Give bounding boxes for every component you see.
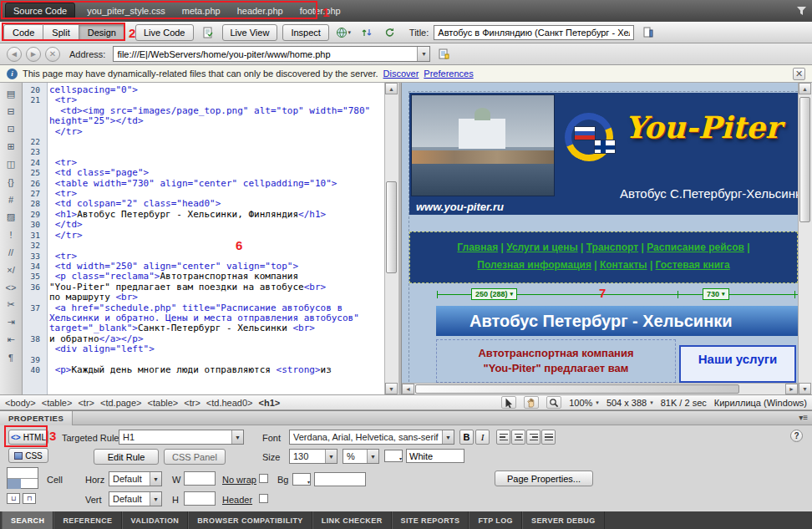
live-code-button[interactable]: Live Code xyxy=(135,24,194,41)
align-justify-button[interactable] xyxy=(541,430,556,445)
bottom-tab-link-checker[interactable]: LINK CHECKER xyxy=(312,511,392,529)
select-parent-tag-icon[interactable]: ◫ xyxy=(3,157,19,171)
column-width-menu[interactable]: 250 (288)▾ xyxy=(471,288,517,300)
open-documents-icon[interactable]: ▤ xyxy=(3,87,19,101)
css-properties-button[interactable]: CSS xyxy=(8,448,48,463)
bottom-tab-site-reports[interactable]: SITE REPORTS xyxy=(392,511,469,529)
code-editor[interactable]: 20cellspacing="0">21 <tr> <td><img src="… xyxy=(23,85,384,375)
text-color-swatch[interactable]: ▾ xyxy=(384,450,403,462)
no-wrap-checkbox[interactable] xyxy=(259,474,268,483)
scrollbar-thumb[interactable] xyxy=(386,181,397,273)
bottom-tab-reference[interactable]: REFERENCE xyxy=(53,511,121,529)
stop-icon[interactable]: ✕ xyxy=(45,47,60,62)
view-button-split[interactable]: Split xyxy=(43,24,79,41)
site-navigation[interactable]: Главная | Услуги и цены | Транспорт | Ра… xyxy=(409,231,798,283)
help-icon[interactable]: ? xyxy=(790,430,803,442)
preview-in-browser-icon[interactable]: ▾ xyxy=(334,24,353,41)
title-input[interactable] xyxy=(434,25,634,40)
bold-button[interactable]: B xyxy=(459,430,474,445)
tag-selector-item[interactable]: <td.page> xyxy=(100,398,142,408)
highlight-invalid-code-icon[interactable]: ▨ xyxy=(3,210,19,224)
align-right-button[interactable] xyxy=(526,430,540,445)
nav-link[interactable]: Расписание рейсов xyxy=(647,242,744,253)
scroll-up-icon[interactable]: ▲ xyxy=(385,83,398,94)
zoom-level-select[interactable]: 100%▾ xyxy=(569,398,599,408)
code-line[interactable]: 22 xyxy=(23,137,384,147)
bottom-tab-server-debug[interactable]: SERVER DEBUG xyxy=(522,511,605,529)
code-line[interactable]: target="_blank">Санкт-Петербург - Хельси… xyxy=(23,323,384,333)
size-select[interactable]: 130 ▼ xyxy=(289,449,337,464)
size-unit-select[interactable]: % ▼ xyxy=(343,449,379,464)
tag-selector-item[interactable]: <table> xyxy=(42,398,73,408)
split-cell-icon[interactable]: ⊓ xyxy=(23,493,36,504)
code-line[interactable]: 35 <p class="reclama">Автотранспортная к… xyxy=(23,272,384,282)
syntax-error-alerts-icon[interactable]: ! xyxy=(3,227,19,242)
tag-selector-item[interactable]: <tr> xyxy=(184,398,200,408)
cell-width-input[interactable] xyxy=(184,471,216,486)
discover-link[interactable]: Discover xyxy=(383,69,419,79)
page-properties-button[interactable]: Page Properties... xyxy=(495,471,593,486)
view-button-code[interactable]: Code xyxy=(3,24,43,41)
collapse-selection-icon[interactable]: ⊡ xyxy=(3,122,19,136)
code-vertical-scrollbar[interactable]: ▲ ▼ xyxy=(384,83,398,394)
window-size-select[interactable]: 504 x 388▾ xyxy=(606,398,653,408)
refresh-design-view-icon[interactable] xyxy=(381,24,399,41)
header-checkbox[interactable] xyxy=(259,494,268,503)
properties-tab[interactable]: PROPERTIES xyxy=(0,411,73,425)
tag-selector-item[interactable]: <td.head0> xyxy=(206,398,253,408)
bottom-tab-browser-compatibility[interactable]: BROWSER COMPATIBILITY xyxy=(188,511,312,529)
panel-menu-icon[interactable]: ▾≡ xyxy=(799,413,808,422)
services-cell[interactable]: Наши услуги xyxy=(679,339,796,383)
vert-select[interactable]: Default ▼ xyxy=(109,491,162,506)
close-info-bar-icon[interactable]: ✕ xyxy=(793,68,805,80)
horz-select[interactable]: Default ▼ xyxy=(109,471,162,486)
site-banner[interactable]: You-Piter Автобус С.Петербург-Хельсинки … xyxy=(409,93,798,215)
tab-source-code[interactable]: Source Code xyxy=(5,3,75,19)
italic-button[interactable]: I xyxy=(475,430,490,445)
code-line[interactable]: 31 </tr> xyxy=(23,231,384,241)
collapse-full-tag-icon[interactable]: ⊟ xyxy=(3,104,19,119)
scroll-up-icon[interactable]: ▲ xyxy=(799,83,811,94)
address-dropdown-icon[interactable]: ▼ xyxy=(417,47,429,61)
related-file-tab[interactable]: meta.php xyxy=(174,3,229,18)
live-view-button[interactable]: Live View xyxy=(222,24,278,41)
text-color-field[interactable] xyxy=(406,449,464,463)
scroll-left-icon[interactable]: ◄ xyxy=(402,384,414,394)
bg-color-swatch[interactable]: ▾ xyxy=(292,473,311,486)
inspect-button[interactable]: Inspect xyxy=(282,24,328,41)
align-left-button[interactable] xyxy=(496,430,510,445)
table-width-menu[interactable]: 730▾ xyxy=(703,288,729,300)
bottom-tab-validation[interactable]: VALIDATION xyxy=(122,511,189,529)
design-canvas[interactable]: You-Piter Автобус С.Петербург-Хельсинки … xyxy=(402,83,798,383)
filter-icon[interactable] xyxy=(796,6,807,16)
indent-code-icon[interactable]: ⇥ xyxy=(3,315,19,329)
edit-rule-button[interactable]: Edit Rule xyxy=(94,449,159,465)
design-vertical-scrollbar[interactable]: ▲ ▼ xyxy=(798,83,812,394)
file-management-icon[interactable] xyxy=(358,24,376,41)
targeted-rule-select[interactable]: H1 ▼ xyxy=(119,430,244,445)
hand-tool-icon[interactable] xyxy=(524,396,539,409)
bottom-tab-search[interactable]: SEARCH xyxy=(2,511,53,529)
forward-icon[interactable]: ► xyxy=(26,47,41,62)
align-center-button[interactable] xyxy=(511,430,525,445)
font-select[interactable]: Verdana, Arial, Helvetica, sans-serif ▼ xyxy=(289,430,454,445)
html-properties-button[interactable]: <> HTML xyxy=(8,430,48,445)
tag-selector-item[interactable]: <body> xyxy=(5,398,36,408)
expand-all-icon[interactable]: ⊞ xyxy=(3,140,19,154)
wrap-tag-icon[interactable]: <> xyxy=(3,280,19,294)
scroll-right-icon[interactable]: ► xyxy=(785,384,798,394)
scroll-down-icon[interactable]: ▼ xyxy=(385,383,398,394)
related-file-tab[interactable]: footer.php xyxy=(292,3,349,18)
apply-comment-icon[interactable]: // xyxy=(3,245,19,259)
nav-link[interactable]: Гостевая книга xyxy=(656,259,730,271)
select-tool-icon[interactable] xyxy=(501,396,516,409)
nav-link[interactable]: Полезная информация xyxy=(477,259,591,271)
reclama-cell[interactable]: Автотранспортная компания "You-Piter" пр… xyxy=(436,339,676,383)
bottom-tab-ftp-log[interactable]: FTP LOG xyxy=(469,511,522,529)
tag-selector-item[interactable]: <table> xyxy=(148,398,179,408)
nav-link[interactable]: Транспорт xyxy=(586,242,638,253)
balance-braces-icon[interactable]: {} xyxy=(3,175,19,189)
check-browser-compatibility-icon[interactable] xyxy=(199,24,217,41)
remove-comment-icon[interactable]: ×/ xyxy=(3,262,19,277)
related-file-tab[interactable]: you_piter_style.css xyxy=(79,3,174,18)
